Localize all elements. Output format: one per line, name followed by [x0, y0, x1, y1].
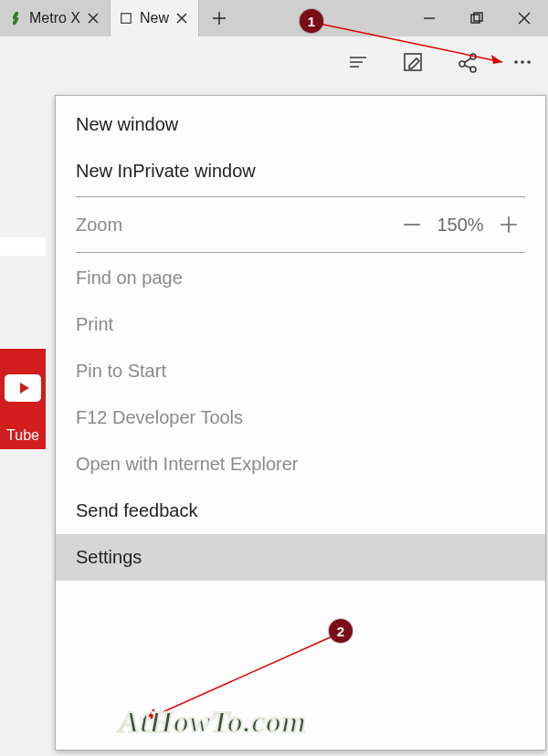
watermark: AtHowTo.com	[119, 705, 306, 740]
page-background	[0, 237, 46, 256]
svg-point-5	[470, 54, 476, 59]
youtube-tile[interactable]: Tube	[0, 349, 46, 449]
toolbar	[0, 37, 548, 88]
web-note-icon[interactable]	[400, 49, 426, 75]
annotation-badge-2: 2	[329, 619, 353, 643]
menu-settings[interactable]: Settings	[56, 534, 545, 581]
menu-find[interactable]: Find on page	[56, 255, 545, 301]
menu-open-ie[interactable]: Open with Internet Explorer	[56, 441, 545, 488]
annotation-badge-1: 1	[300, 9, 323, 33]
menu-new-inprivate[interactable]: New InPrivate window	[56, 148, 545, 194]
svg-point-4	[459, 61, 465, 67]
svg-rect-0	[121, 14, 132, 24]
youtube-tile-label: Tube	[6, 427, 39, 444]
titlebar: Metro X New	[0, 0, 548, 37]
tab-new[interactable]: New	[111, 0, 199, 37]
menu-divider	[76, 252, 525, 253]
reading-view-icon[interactable]	[345, 49, 371, 75]
close-icon[interactable]	[173, 9, 191, 27]
zoom-out-button[interactable]	[395, 208, 428, 241]
menu-zoom-row: Zoom 150%	[56, 199, 545, 250]
menu-divider	[76, 196, 525, 197]
svg-point-7	[514, 60, 518, 64]
menu-new-window[interactable]: New window	[56, 101, 545, 148]
minimize-button[interactable]	[406, 0, 453, 37]
zoom-value: 150%	[428, 215, 492, 236]
menu-devtools[interactable]: F12 Developer Tools	[56, 394, 545, 441]
zoom-label: Zoom	[76, 215, 395, 236]
menu-feedback[interactable]: Send feedback	[56, 488, 545, 534]
new-tab-button[interactable]	[199, 0, 239, 37]
menu-print[interactable]: Print	[56, 301, 545, 348]
maximize-button[interactable]	[453, 0, 501, 37]
youtube-icon	[5, 374, 41, 402]
svg-point-8	[521, 60, 524, 64]
close-window-button[interactable]	[501, 0, 548, 37]
svg-point-9	[527, 60, 531, 64]
tab-metro[interactable]: Metro X	[0, 0, 111, 37]
close-icon[interactable]	[84, 9, 102, 27]
menu-pin[interactable]: Pin to Start	[56, 348, 545, 394]
more-icon[interactable]	[510, 49, 535, 75]
tab-label: New	[140, 10, 169, 26]
more-menu: New window New InPrivate window Zoom 150…	[55, 95, 546, 751]
svg-point-6	[470, 67, 476, 72]
zoom-in-button[interactable]	[492, 208, 525, 241]
share-icon[interactable]	[455, 49, 480, 75]
tab-label: Metro X	[29, 10, 80, 26]
page-icon	[118, 10, 134, 26]
deviantart-icon	[7, 10, 24, 26]
